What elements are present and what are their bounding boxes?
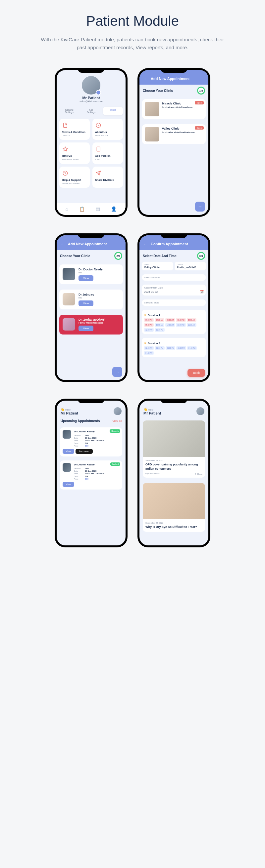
- card-sub: Submit your queries: [62, 182, 87, 184]
- card-terms[interactable]: Terms & Condition Clinic T&C: [59, 119, 90, 140]
- greeting: 👋 Hello: [61, 408, 78, 411]
- view-button[interactable]: View: [79, 275, 94, 281]
- select-services[interactable]: Select Services: [142, 274, 206, 281]
- view-button[interactable]: View: [79, 301, 94, 306]
- nav-calendar-icon[interactable]: 📋: [79, 206, 85, 212]
- view-button[interactable]: View: [62, 449, 74, 454]
- step-indicator: 1/3: [197, 87, 205, 95]
- value: 10:00 AM - 10:20 AM: [85, 440, 104, 442]
- slots-container: 02:00 PM 02:30 PM 03:00 PM 03:30 PM 04:0…: [144, 346, 204, 355]
- section-title: Upcoming Appointments: [61, 419, 100, 423]
- phone-icon: [95, 146, 102, 152]
- time-slot[interactable]: 09:00 AM: [187, 318, 196, 322]
- time-slot[interactable]: 04:30 PM: [144, 351, 154, 355]
- time-slot[interactable]: 10:30 AM: [165, 323, 175, 327]
- doctor-card-jnjng[interactable]: Dr. jnjng rg NA View: [59, 289, 123, 309]
- time-slot[interactable]: 02:00 PM: [144, 346, 154, 350]
- next-button[interactable]: →: [112, 367, 122, 377]
- section-label: Selected Slots: [144, 302, 204, 304]
- label: Time: [74, 440, 83, 442]
- time-slot[interactable]: 07:30 AM: [155, 318, 164, 322]
- page-subtitle: With the KiviCare Patient module, patien…: [40, 36, 225, 52]
- calendar-icon[interactable]: 📅: [200, 290, 204, 293]
- back-icon[interactable]: ←: [143, 241, 148, 247]
- nav-home-icon[interactable]: ⌂: [65, 206, 68, 212]
- header-title: Add New Appointment: [151, 77, 190, 81]
- user-avatar[interactable]: [82, 76, 100, 95]
- step-indicator: 2/3: [114, 252, 122, 260]
- svg-marker-3: [63, 147, 67, 151]
- user-name: Mr Patient: [57, 96, 126, 100]
- tab-general-settings[interactable]: General Settings: [59, 107, 79, 115]
- step-indicator: 3/3: [197, 252, 205, 260]
- encounter-button[interactable]: Encounter: [76, 449, 93, 454]
- card-rate[interactable]: Rate Us Your review counts: [59, 143, 90, 164]
- time-slot[interactable]: 03:00 PM: [166, 346, 175, 350]
- label: Date: [74, 437, 83, 439]
- field-label: Doctor:: [177, 264, 204, 266]
- time-slot[interactable]: 08:30 AM: [176, 318, 186, 322]
- value: $50: [85, 478, 88, 480]
- tab-app-settings[interactable]: App Settings: [81, 107, 101, 115]
- card-title: Help & Support: [62, 179, 87, 182]
- doctor-name: Dr. jnjng rg: [79, 293, 120, 296]
- view-button[interactable]: View: [79, 326, 94, 331]
- clinic-field[interactable]: Clinic: Valley Clinic: [142, 262, 173, 270]
- value: $50: [85, 445, 88, 447]
- user-email: mike@kivicare.com: [57, 100, 126, 103]
- header-title: Confirm Appointment: [151, 242, 188, 246]
- time-slot[interactable]: 11:00 AM: [176, 323, 186, 327]
- card-sub: Clinic T&C: [62, 134, 87, 136]
- step-label: Choose Your Clinic: [60, 254, 90, 258]
- doctor-field[interactable]: Doctor: Zorita_aoDhMF: [175, 262, 206, 270]
- user-avatar[interactable]: [114, 407, 122, 415]
- appointment-date[interactable]: Appointment Date 2023-01-23 📅: [142, 285, 206, 296]
- time-slot[interactable]: 07:00 AM: [144, 318, 154, 322]
- article-card[interactable]: September 23, 2022 Why Is Dry Eye So Dif…: [143, 483, 205, 532]
- doctor-card-zorita[interactable]: Dr. Zorita_aoDhMF Family Medicinesssssss…: [59, 315, 123, 335]
- phone-settings: Mr Patient mike@kivicare.com General Set…: [55, 68, 128, 217]
- time-slot[interactable]: 03:30 PM: [176, 346, 186, 350]
- share-button[interactable]: ✈ Share: [195, 473, 203, 475]
- field-value: Zorita_aoDhMF: [177, 266, 204, 269]
- card-title: Rate Us: [62, 154, 87, 158]
- view-button[interactable]: View: [62, 482, 74, 487]
- time-slot[interactable]: 10:00 AM: [155, 323, 164, 327]
- doctor-image: [62, 293, 75, 305]
- book-button[interactable]: Book: [187, 369, 205, 377]
- clinic-card-miracle[interactable]: Miracle Clinic Email:miracle_clinic@gmai…: [142, 99, 206, 119]
- card-version[interactable]: App Version 6.0.0: [92, 143, 123, 164]
- card-help[interactable]: Help & Support Submit your queries: [59, 166, 90, 188]
- time-slot[interactable]: 12:30 PM: [155, 328, 164, 332]
- user-avatar[interactable]: [196, 407, 204, 415]
- help-icon: [62, 170, 69, 177]
- doctor-card-ready[interactable]: Dr. Doctor Ready NA View: [59, 265, 123, 284]
- notch: [161, 234, 187, 238]
- tab-other[interactable]: Other: [103, 107, 123, 115]
- card-title: App Version: [95, 154, 120, 158]
- clinic-image: [145, 127, 159, 142]
- time-slot[interactable]: 11:30 AM: [187, 323, 196, 327]
- user-name: Mr Patient: [61, 411, 78, 415]
- time-slot[interactable]: 12:00 PM: [144, 328, 154, 332]
- time-slot[interactable]: 09:30 AM: [144, 323, 154, 327]
- card-about[interactable]: About Us About KiviCare: [92, 119, 123, 140]
- slots-container: 07:00 AM 07:30 AM 08:00 AM 08:30 AM 09:0…: [144, 318, 204, 332]
- edit-icon[interactable]: [96, 90, 101, 95]
- next-button[interactable]: →: [195, 202, 205, 212]
- article-card[interactable]: September 23, 2022 OPD cover gaining pop…: [143, 421, 205, 477]
- doctor-image: [62, 463, 71, 472]
- svg-rect-4: [97, 147, 100, 151]
- back-icon[interactable]: ←: [61, 241, 65, 247]
- notch: [78, 399, 104, 403]
- time-slot[interactable]: 02:30 PM: [155, 346, 164, 350]
- clinic-image: [145, 102, 159, 116]
- view-all-link[interactable]: View all: [113, 420, 122, 423]
- time-slot[interactable]: 08:00 AM: [165, 318, 175, 322]
- back-icon[interactable]: ←: [143, 76, 148, 81]
- nav-profile-icon[interactable]: 👤: [111, 206, 116, 212]
- nav-file-icon[interactable]: ▤: [96, 206, 100, 212]
- card-share[interactable]: Share KiviCare: [92, 166, 123, 188]
- time-slot[interactable]: 04:00 PM: [187, 346, 197, 350]
- clinic-card-valley[interactable]: Valley Clinic Email:valley_clinic@mailin…: [142, 124, 206, 144]
